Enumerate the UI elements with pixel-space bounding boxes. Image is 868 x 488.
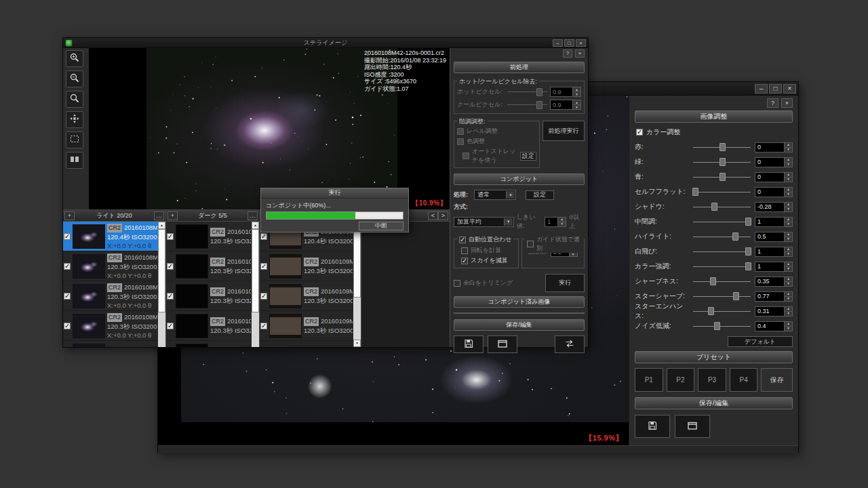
slider-thumb[interactable] [692,188,698,196]
spinner-arrows[interactable]: ▲▼ [785,172,793,182]
zoom-actual-button[interactable] [66,91,83,108]
slider[interactable] [693,202,751,211]
scrollbar-thumb[interactable] [158,229,165,312]
slider-thumb[interactable] [732,232,738,241]
spinner-arrows[interactable]: ▲▼ [785,202,793,212]
spinner-arrows[interactable]: ▲▼ [785,217,793,227]
spin-down-icon[interactable]: ▼ [785,207,792,211]
spinner-arrows[interactable]: ▲▼ [785,232,793,242]
spinner-arrows[interactable]: ▲▼ [785,157,793,167]
slider[interactable] [693,306,751,316]
vertical-scrollbar[interactable]: ▲▼ [158,222,165,347]
value-spinbox[interactable]: 0.4▲▼ [755,321,793,331]
spin-down-icon[interactable]: ▼ [785,162,792,167]
frame-row[interactable]: CR220160108M120.3秒 ISO3200X:+0.0 Y:+0.0 … [63,281,158,311]
frame-checkbox[interactable] [167,263,174,270]
autostretch-checkbox[interactable] [462,152,469,159]
slider[interactable] [693,217,751,226]
vertical-scrollbar[interactable]: ▲▼ [252,222,259,347]
slider[interactable] [693,277,751,286]
frame-checkbox[interactable] [64,323,71,329]
guide-select-checkbox[interactable] [527,241,534,247]
scroll-down-arrow[interactable]: ▼ [353,340,361,347]
slider[interactable] [693,187,751,197]
slider-thumb[interactable] [719,143,726,151]
new-window-button[interactable] [488,336,517,353]
preset-button-p3[interactable]: P3 [698,368,726,392]
value-spinbox[interactable]: 0.31▲▼ [755,306,793,317]
spinner-arrows[interactable]: ▲▼ [785,277,793,287]
spin-down-icon[interactable]: ▼ [785,311,792,316]
frame-checkbox[interactable] [64,293,71,300]
slider[interactable] [693,172,751,182]
close-button[interactable]: × [783,84,796,94]
trim-checkbox[interactable] [454,280,460,287]
composite-settings-button[interactable]: 設定 [526,190,554,200]
maximize-button[interactable]: □ [564,39,574,47]
new-window-button[interactable] [675,415,710,438]
scroll-up-arrow[interactable]: ▲ [252,222,259,229]
spinner-arrows[interactable]: ▲▼ [785,247,793,257]
frame-row[interactable]: CR220160109M120.3秒 ISO3200 [166,311,252,341]
frame-checkbox[interactable] [260,233,267,240]
panel-close-button[interactable]: × [781,98,793,108]
prev-button[interactable]: < [428,211,438,220]
slider[interactable] [693,262,751,271]
value-spinbox[interactable]: 0.77▲▼ [755,291,793,302]
spinner-arrows[interactable]: ▲▼ [785,262,793,272]
scrollbar-track[interactable] [353,229,361,340]
slider[interactable] [693,291,751,301]
next-button[interactable]: > [438,211,448,220]
pane-menu-button[interactable]: … [154,211,164,220]
value-spinbox[interactable]: 0▲▼ [755,142,793,152]
frame-row[interactable]: CR220160109M42120.3秒 ISO3200 54 [260,281,353,311]
slider[interactable] [693,157,751,167]
slider-thumb[interactable] [719,158,726,166]
frame-checkbox[interactable] [64,263,71,270]
help-button[interactable]: ? [767,98,778,108]
help-button[interactable]: ? [563,49,572,58]
hot-pixel-slider[interactable] [507,87,547,97]
value-spinbox[interactable]: -0.28▲▼ [755,202,793,212]
transfer-button[interactable] [555,336,585,353]
zoom-in-button[interactable] [66,50,83,67]
slider[interactable] [693,232,751,241]
slider-thumb[interactable] [733,292,739,300]
color-adjust-checkbox[interactable] [636,129,643,136]
preset-button-p2[interactable]: P2 [667,368,695,392]
slider[interactable] [693,321,751,331]
rotation-checkbox[interactable] [461,247,468,254]
slider-thumb[interactable] [714,322,720,330]
value-spinbox[interactable]: 1▲▼ [755,217,793,227]
spin-down-icon[interactable]: ▼ [785,296,792,301]
frame-row[interactable]: CR220160109M [166,341,252,347]
cancel-button[interactable]: 中断 [359,222,403,230]
slider[interactable] [693,247,751,256]
panel-close-button[interactable]: × [575,49,585,58]
hot-pixel-spinbox[interactable]: 0.9 ▲▼ [550,87,581,97]
maximize-button[interactable]: □ [769,84,782,94]
scrollbar-thumb[interactable] [252,229,259,312]
slider-thumb[interactable] [711,203,717,211]
value-spinbox[interactable]: 0▲▼ [755,187,793,197]
front-titlebar[interactable]: ステライメージ – □ × [63,38,588,48]
slider-thumb[interactable] [710,277,716,285]
value-spinbox[interactable]: 0▲▼ [755,172,793,182]
frame-row[interactable]: CR220160108M120.3秒 ISO3200X:+0.0 Y:+0.0 … [63,251,158,281]
slider-thumb[interactable] [745,247,751,256]
add-frames-button[interactable]: + [167,211,178,220]
value-spinbox[interactable]: 0▲▼ [755,157,793,167]
frame-checkbox[interactable] [64,233,71,240]
frame-checkbox[interactable] [260,323,267,329]
auto-align-checkbox[interactable] [459,237,466,243]
preset-button-p1[interactable]: P1 [635,368,663,392]
frame-row[interactable]: CR220160109M120.3秒 ISO3200 [166,222,252,251]
frame-checkbox[interactable] [167,323,174,329]
frame-checkbox[interactable] [260,263,267,270]
spinner-arrows[interactable]: ▲▼ [785,291,793,302]
zoom-out-button[interactable] [66,70,83,87]
spinner-arrows[interactable]: ▲▼ [785,142,793,152]
method-dropdown[interactable]: 加算平均 [454,217,514,227]
frame-row[interactable]: CR220160108M [63,341,158,347]
level-adjust-checkbox[interactable] [457,128,464,135]
